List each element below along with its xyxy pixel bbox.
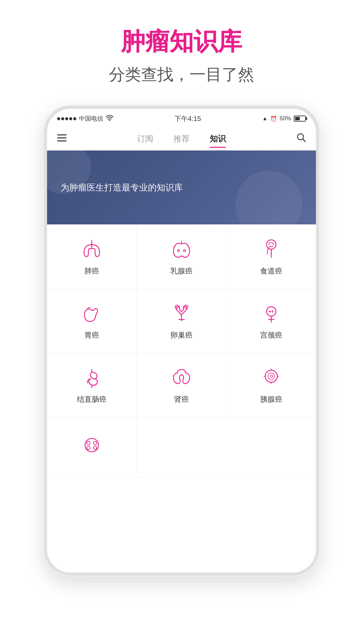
signal-dot-5 — [73, 117, 76, 120]
svg-point-6 — [184, 250, 186, 252]
tab-recommend[interactable]: 推荐 — [173, 130, 190, 147]
signal-dot-3 — [65, 117, 68, 120]
nav-tabs: 订阅 推荐 知识 — [70, 130, 293, 147]
pancreas-cancer-label: 胰腺癌 — [260, 394, 282, 404]
status-right: ▲ ⏰ 50% — [262, 115, 306, 122]
status-time: 下午4:15 — [174, 114, 201, 123]
cancer-colorectal[interactable]: 结直肠癌 — [47, 353, 137, 417]
svg-point-16 — [93, 441, 97, 445]
wifi-icon — [106, 115, 113, 123]
breast-cancer-label: 乳腺癌 — [170, 266, 193, 276]
cervix-cancer-label: 宫颈癌 — [260, 330, 282, 340]
banner-text: 为肿瘤医生打造最专业的知识库 — [61, 182, 183, 194]
nav-bar: 订阅 推荐 知识 — [47, 127, 316, 151]
tab-subscribe[interactable]: 订阅 — [137, 130, 153, 147]
battery-fill — [295, 117, 300, 120]
status-bar: 中国电信 下午4:15 ▲ ⏰ 50% — [47, 109, 316, 127]
cancer-kidney[interactable]: 肾癌 — [137, 353, 227, 417]
page-title: 肿瘤知识库 — [0, 27, 363, 56]
cancer-pancreas[interactable]: 胰腺癌 — [227, 353, 316, 417]
carrier-name: 中国电信 — [79, 115, 103, 123]
signal-dot-2 — [61, 117, 64, 120]
battery-text: 50% — [280, 115, 291, 122]
svg-point-18 — [93, 446, 97, 449]
cancer-other[interactable] — [47, 417, 137, 477]
page-subtitle: 分类查找，一目了然 — [0, 64, 363, 85]
svg-rect-0 — [57, 134, 67, 135]
grid-row-2: 胃癌 卵巢癌 — [47, 289, 316, 353]
status-left: 中国电信 — [57, 115, 113, 123]
cancer-cervix[interactable]: 宫颈癌 — [227, 289, 316, 352]
kidney-cancer-label: 肾癌 — [174, 394, 189, 404]
svg-point-15 — [87, 441, 90, 445]
menu-icon[interactable] — [54, 130, 70, 147]
svg-point-14 — [85, 438, 98, 452]
svg-point-12 — [268, 373, 275, 380]
grid-row-4 — [47, 417, 316, 478]
svg-line-4 — [303, 139, 306, 142]
empty-cell-2 — [227, 417, 316, 477]
knowledge-banner: 为肿瘤医生打造最专业的知识库 — [47, 151, 316, 224]
svg-point-13 — [270, 375, 273, 378]
location-icon: ▲ — [262, 116, 268, 122]
svg-rect-2 — [57, 140, 67, 141]
svg-rect-1 — [57, 137, 67, 138]
cancer-ovary[interactable]: 卵巢癌 — [137, 289, 227, 352]
phone-wrapper: 中国电信 下午4:15 ▲ ⏰ 50% — [44, 105, 319, 576]
grid-row-1: 肺癌 乳腺癌 — [47, 224, 316, 289]
alarm-icon: ⏰ — [270, 116, 277, 122]
svg-point-11 — [265, 370, 277, 382]
cancer-stomach[interactable]: 胃癌 — [47, 289, 137, 352]
svg-point-17 — [87, 446, 90, 449]
colorectal-cancer-label: 结直肠癌 — [77, 394, 107, 404]
cancer-breast[interactable]: 乳腺癌 — [137, 224, 227, 288]
signal-dots — [57, 117, 76, 120]
cancer-esophagus[interactable]: 食道癌 — [227, 224, 316, 288]
esophagus-cancer-label: 食道癌 — [260, 266, 282, 276]
page-header: 肿瘤知识库 分类查找，一目了然 — [0, 0, 363, 99]
grid-row-3: 结直肠癌 肾癌 — [47, 353, 316, 417]
tab-knowledge[interactable]: 知识 — [210, 130, 226, 147]
battery-indicator — [294, 116, 306, 122]
signal-dot-1 — [57, 117, 60, 120]
ovary-cancer-label: 卵巢癌 — [170, 330, 193, 340]
cancer-lung[interactable]: 肺癌 — [47, 224, 137, 288]
phone-frame: 中国电信 下午4:15 ▲ ⏰ 50% — [44, 105, 319, 576]
signal-dot-4 — [69, 117, 72, 120]
empty-cell-1 — [137, 417, 226, 477]
svg-point-5 — [177, 250, 179, 252]
search-icon[interactable] — [293, 129, 309, 148]
stomach-cancer-label: 胃癌 — [84, 330, 99, 340]
lung-cancer-label: 肺癌 — [84, 266, 99, 276]
svg-point-7 — [267, 240, 276, 249]
cancer-grid: 肺癌 乳腺癌 — [47, 224, 316, 572]
